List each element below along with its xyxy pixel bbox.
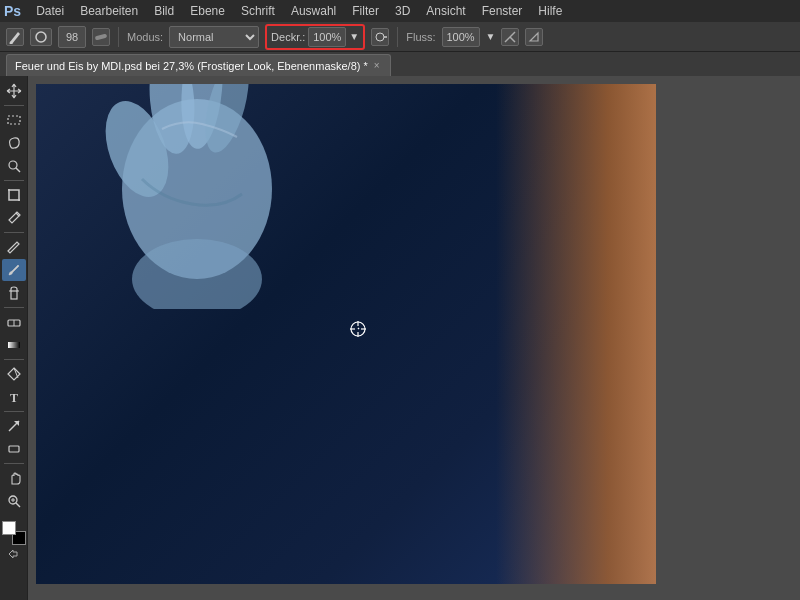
divider-2 [397, 27, 398, 47]
svg-point-6 [9, 161, 17, 169]
swap-colors-icon[interactable] [7, 548, 21, 565]
tool-separator-1 [4, 105, 24, 106]
canvas-hand-illustration [72, 84, 322, 309]
tool-healing[interactable] [2, 236, 26, 258]
menu-schrift[interactable]: Schrift [234, 2, 282, 20]
menu-fenster[interactable]: Fenster [475, 2, 530, 20]
brush-angle-icon[interactable] [92, 28, 110, 46]
tool-separator-6 [4, 411, 24, 412]
tool-shape[interactable] [2, 438, 26, 460]
tool-separator-4 [4, 307, 24, 308]
tool-pen[interactable] [2, 363, 26, 385]
deckr-label: Deckr.: [271, 31, 305, 43]
stylus-angle-icon[interactable] [525, 28, 543, 46]
menu-hilfe[interactable]: Hilfe [531, 2, 569, 20]
tool-separator-2 [4, 180, 24, 181]
canvas-frame [36, 84, 656, 584]
stylus-pressure-icon[interactable] [501, 28, 519, 46]
app-logo: Ps [4, 3, 21, 19]
brush-tool-icon[interactable] [6, 28, 24, 46]
tool-eyedropper[interactable] [2, 207, 26, 229]
modus-select[interactable]: Normal Multiplizieren Aufhellen Abdunkel… [169, 26, 259, 48]
tool-eraser[interactable] [2, 311, 26, 333]
color-swatches [2, 521, 26, 545]
tool-brush[interactable] [2, 259, 26, 281]
svg-text:T: T [10, 391, 18, 405]
main-area: T [0, 76, 800, 600]
fluss-label: Fluss: [406, 31, 435, 43]
divider-1 [118, 27, 119, 47]
svg-rect-8 [11, 291, 17, 299]
canvas-warm-overlay [496, 84, 656, 584]
tab-title: Feuer und Eis by MDI.psd bei 27,3% (Fros… [15, 60, 368, 72]
menu-ebene[interactable]: Ebene [183, 2, 232, 20]
options-toolbar: 98 Modus: Normal Multiplizieren Aufhelle… [0, 22, 800, 52]
toolbox: T [0, 76, 28, 600]
menu-bar: Ps Datei Bearbeiten Bild Ebene Schrift A… [0, 0, 800, 22]
tool-lasso[interactable] [2, 132, 26, 154]
svg-rect-11 [8, 342, 20, 348]
svg-line-16 [16, 503, 20, 507]
svg-point-3 [376, 33, 384, 41]
tool-crop[interactable] [2, 184, 26, 206]
tool-path-select[interactable] [2, 415, 26, 437]
tool-separator-5 [4, 359, 24, 360]
foreground-color-swatch[interactable] [2, 521, 16, 535]
tool-separator-3 [4, 232, 24, 233]
menu-ansicht[interactable]: Ansicht [419, 2, 472, 20]
menu-bild[interactable]: Bild [147, 2, 181, 20]
svg-point-1 [36, 32, 46, 42]
svg-rect-2 [95, 33, 108, 40]
tool-quick-select[interactable] [2, 155, 26, 177]
tool-text[interactable]: T [2, 386, 26, 408]
tool-separator-7 [4, 463, 24, 464]
svg-line-7 [16, 168, 20, 172]
document-tab[interactable]: Feuer und Eis by MDI.psd bei 27,3% (Fros… [6, 54, 391, 76]
tool-zoom[interactable] [2, 490, 26, 512]
tool-stamp[interactable] [2, 282, 26, 304]
canvas-area[interactable] [28, 76, 800, 600]
deckr-highlight: Deckr.: ▼ [265, 24, 365, 50]
deckr-dropdown-icon[interactable]: ▼ [349, 31, 359, 42]
fluss-input[interactable] [442, 27, 480, 47]
menu-datei[interactable]: Datei [29, 2, 71, 20]
menu-filter[interactable]: Filter [345, 2, 386, 20]
tab-close-button[interactable]: × [374, 60, 380, 71]
tool-hand[interactable] [2, 467, 26, 489]
tool-marquee[interactable] [2, 109, 26, 131]
menu-auswahl[interactable]: Auswahl [284, 2, 343, 20]
menu-3d[interactable]: 3D [388, 2, 417, 20]
deckr-input[interactable] [308, 27, 346, 47]
fluss-dropdown-icon[interactable]: ▼ [486, 31, 496, 42]
tool-gradient[interactable] [2, 334, 26, 356]
brush-size-value[interactable]: 98 [58, 26, 86, 48]
tab-bar: Feuer und Eis by MDI.psd bei 27,3% (Fros… [0, 52, 800, 76]
menu-bearbeiten[interactable]: Bearbeiten [73, 2, 145, 20]
svg-rect-14 [9, 446, 19, 452]
modus-label: Modus: [127, 31, 163, 43]
airbrush-icon[interactable] [371, 28, 389, 46]
svg-rect-5 [8, 116, 20, 124]
brush-preset-icon[interactable] [30, 28, 52, 46]
tool-move[interactable] [2, 80, 26, 102]
